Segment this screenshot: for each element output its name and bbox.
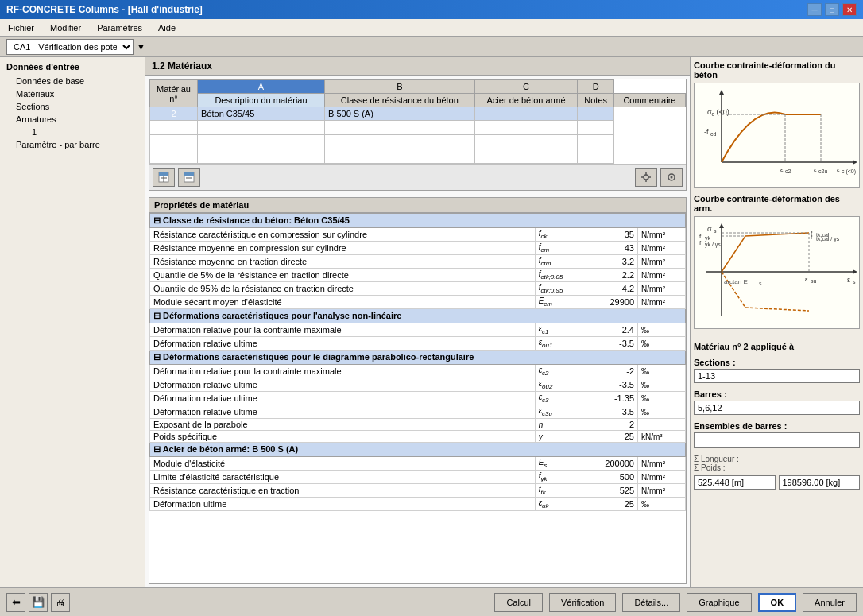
sum-length-row: Σ Longueur : Σ Poids : — [694, 455, 860, 472]
prop-row: Déformation relative ultime εou2 -3.5 ‰ — [150, 378, 686, 392]
applied-title: Matériau n° 2 appliqué à — [694, 342, 860, 351]
table-row-empty-1[interactable] — [150, 121, 686, 135]
svg-text:-f: -f — [704, 128, 709, 136]
minimize-button[interactable]: ─ — [807, 3, 822, 16]
back-btn[interactable]: ⬅ — [6, 593, 25, 612]
chart1-title: Courbe contrainte-déformation du béton — [694, 60, 860, 79]
window-controls: ─ □ ✕ — [807, 3, 857, 16]
prop-row: Quantile de 5% de la résistance en tract… — [150, 269, 686, 282]
print-btn[interactable]: 🖨 — [51, 593, 70, 612]
prop-row: Déformation relative pour la contrainte … — [150, 323, 686, 337]
svg-text:ε: ε — [814, 166, 817, 173]
table-view-btn[interactable] — [660, 168, 683, 187]
prop-group-acier: ⊟ Acier de béton armé: B 500 S (A) — [150, 443, 686, 457]
properties-table: ⊟ Classe de résistance du béton: Béton C… — [149, 213, 686, 511]
chart2-acier: σ s ε s f tk,cal f tk,cal / γs — [694, 216, 860, 329]
col-c-header: C — [474, 80, 578, 94]
col-b-sub-header: Classe de résistance du béton — [325, 94, 475, 107]
close-button[interactable]: ✕ — [842, 3, 857, 16]
table-btn-1[interactable] — [153, 168, 175, 187]
bars-label: Barres : — [694, 389, 860, 399]
acier-chart-svg: σ s ε s f tk,cal f tk,cal / γs — [698, 220, 857, 323]
svg-text:s: s — [714, 228, 717, 234]
sidebar-item-armatures[interactable]: Armatures — [3, 113, 141, 126]
menu-parametres[interactable]: Paramètres — [92, 21, 147, 34]
svg-marker-32 — [853, 269, 857, 274]
title-bar: RF-CONCRETE Columns - [Hall d'industrie]… — [0, 0, 863, 19]
svg-text:yk / γs: yk / γs — [705, 242, 721, 248]
verif-button[interactable]: Vérification — [549, 593, 616, 612]
sum-weight-value: 198596.00 [kg] — [779, 475, 861, 490]
bar-sets-value — [694, 432, 860, 448]
sidebar-item-sections[interactable]: Sections — [3, 100, 141, 113]
main-content: 1.2 Matériaux Matériau n° A B — [145, 57, 690, 587]
menu-aide[interactable]: Aide — [153, 21, 180, 34]
prop-row: Exposant de la parabole n 2 — [150, 419, 686, 431]
sidebar: Données d'entrée Données de base Matéria… — [0, 57, 145, 587]
svg-text:c2: c2 — [785, 169, 791, 174]
svg-text:f: f — [699, 239, 702, 246]
cancel-button[interactable]: Annuler — [803, 593, 857, 612]
sidebar-item-parametre[interactable]: Paramètre - par barre — [3, 138, 141, 151]
ok-button[interactable]: OK — [758, 593, 797, 612]
mat-b-cell: B 500 S (A) — [325, 107, 475, 121]
main-container: CA1 - Vérification des poteaux 1 ▼ Donné… — [0, 37, 863, 616]
applied-section: Matériau n° 2 appliqué à Sections : 1-13… — [694, 335, 860, 490]
sidebar-item-donnees-de-base[interactable]: Données de base — [3, 75, 141, 87]
chart2-title: Courbe contrainte-déformation des arm. — [694, 194, 860, 213]
sidebar-item-materiaux[interactable]: Matériaux — [3, 87, 141, 100]
prop-row: Résistance caractéristique en traction f… — [150, 484, 686, 498]
col-e-sub-header: Commentaire — [613, 94, 685, 107]
svg-text:s: s — [759, 281, 762, 286]
svg-text:tk,cal / γs: tk,cal / γs — [816, 236, 840, 242]
sum-length-label: Σ Longueur : — [694, 455, 860, 463]
menu-modifier[interactable]: Modifier — [45, 21, 86, 34]
prop-row: Module sécant moyen d'élasticité Ecm 299… — [150, 296, 686, 309]
col-a-header: A — [198, 80, 325, 94]
graph-button[interactable]: Graphique — [687, 593, 751, 612]
col-num-header: Matériau n° — [150, 80, 198, 107]
col-a-sub-header: Description du matériau — [198, 94, 325, 107]
prop-row: Module d'élasticité Es 200000 N/mm² — [150, 457, 686, 471]
chart1-beton: σc (<0) -f cd ε c2 ε c2u ε c (<0) — [694, 83, 860, 188]
case-dropdown[interactable]: CA1 - Vérification des poteaux 1 — [6, 39, 134, 55]
table-row-empty-3[interactable] — [150, 149, 686, 164]
sum-section: Σ Longueur : Σ Poids : 525.448 [m] 19859… — [694, 455, 860, 490]
col-c-sub-header: Acier de béton armé — [474, 94, 578, 107]
save-btn[interactable]: 💾 — [29, 593, 48, 612]
table-btn-2[interactable] — [178, 168, 200, 187]
table-row[interactable]: 2 Béton C35/45 B 500 S (A) — [150, 107, 686, 121]
svg-text:σc (<0): σc (<0) — [707, 108, 729, 117]
section-title: 1.2 Matériaux — [145, 57, 690, 76]
sidebar-item-armatures-1[interactable]: 1 — [3, 126, 141, 138]
bottom-right-actions: Calcul Vérification Détails... Graphique… — [494, 593, 857, 612]
right-panel: Courbe contrainte-déformation du béton σ… — [690, 57, 863, 587]
bottom-left-icons: ⬅ 💾 🖨 — [6, 593, 70, 612]
prop-group-deform-para: ⊟ Déformations caractéristiques pour le … — [150, 351, 686, 365]
svg-text:arctan E: arctan E — [724, 278, 748, 285]
prop-row: Déformation relative pour la contrainte … — [150, 365, 686, 378]
calc-button[interactable]: Calcul — [494, 593, 543, 612]
sections-value: 1-13 — [694, 369, 860, 383]
table-row-empty-2[interactable] — [150, 135, 686, 149]
prop-row: Résistance moyenne en traction directe f… — [150, 255, 686, 269]
window-title: RF-CONCRETE Columns - [Hall d'industrie] — [6, 4, 203, 15]
prop-row: Poids spécifique γ 25 kN/m³ — [150, 431, 686, 443]
mat-c-cell — [474, 107, 578, 121]
svg-text:cd: cd — [710, 131, 717, 137]
properties-title: Propriétés de matériau — [149, 198, 686, 213]
maximize-button[interactable]: □ — [825, 3, 839, 16]
col-d-header: D — [578, 80, 613, 94]
svg-marker-16 — [853, 160, 857, 165]
svg-text:yk: yk — [705, 235, 711, 242]
details-button[interactable]: Détails... — [622, 593, 680, 612]
prop-row: Déformation ultime εuk 25 ‰ — [150, 498, 686, 511]
svg-point-7 — [644, 175, 648, 180]
menu-fichier[interactable]: Fichier — [3, 21, 39, 34]
table-settings-btn[interactable] — [635, 168, 657, 187]
prop-row: Déformation relative ultime εc3 -1.35 ‰ — [150, 392, 686, 405]
col-b-header: B — [325, 80, 475, 94]
bars-value: 5,6,12 — [694, 401, 860, 415]
svg-text:c2u: c2u — [818, 169, 827, 174]
svg-text:ε: ε — [780, 166, 784, 173]
